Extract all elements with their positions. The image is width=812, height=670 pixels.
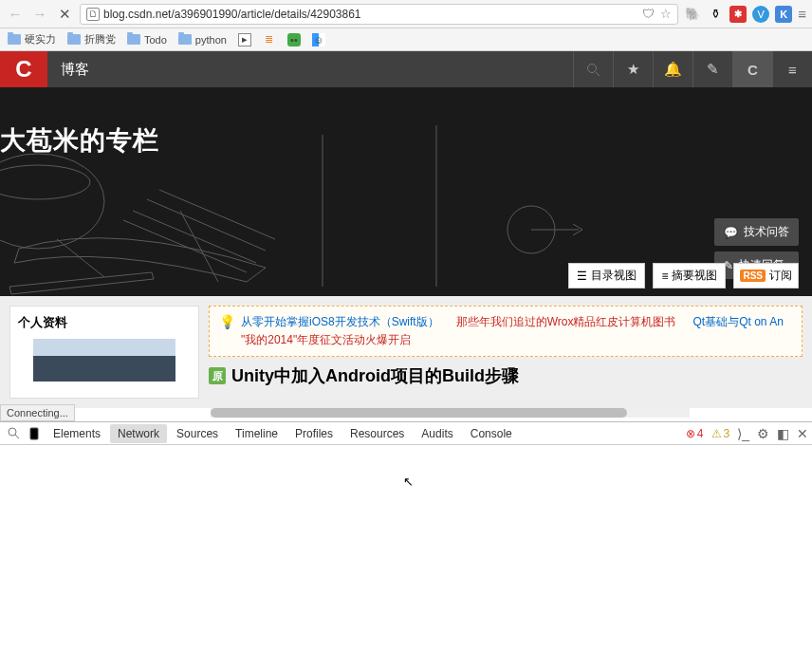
- stop-button[interactable]: ✕: [55, 5, 74, 24]
- button-label: 技术问答: [744, 224, 789, 240]
- list-view-button[interactable]: ☰目录视图: [568, 263, 645, 288]
- folder-icon: [8, 34, 21, 45]
- bookmark-item[interactable]: ••: [287, 33, 301, 47]
- bookmark-folder[interactable]: 硬实力: [8, 32, 56, 47]
- bookmark-item[interactable]: ☺: [312, 33, 325, 47]
- bookmark-label: 折腾党: [84, 32, 116, 47]
- inspect-icon[interactable]: [4, 427, 23, 439]
- blog-label[interactable]: 博客: [47, 61, 102, 79]
- csdn-logo[interactable]: C: [0, 51, 47, 87]
- dock-icon[interactable]: ◧: [777, 426, 789, 441]
- write-button[interactable]: ✎: [692, 51, 732, 87]
- notice-link[interactable]: 那些年我们追过的Wrox精品红皮计算机图书: [456, 314, 676, 330]
- bookmark-folder[interactable]: 折腾党: [67, 32, 116, 47]
- csdn-nav-button[interactable]: C: [732, 51, 772, 87]
- page-icon: 🗋: [86, 8, 100, 21]
- evernote-icon[interactable]: 🐘: [684, 6, 701, 23]
- horizontal-scrollbar[interactable]: [211, 408, 690, 418]
- svg-line-15: [15, 435, 19, 438]
- devtools-tab-network[interactable]: Network: [110, 424, 167, 443]
- kippt-icon[interactable]: K: [775, 6, 792, 23]
- extension-icons: 🐘 ⚱ ✱ V K ≡: [684, 6, 806, 23]
- original-badge: 原: [209, 367, 226, 384]
- vimium-icon[interactable]: V: [752, 6, 769, 23]
- folder-icon: [178, 34, 192, 45]
- rss-subscribe-button[interactable]: RSS订阅: [733, 263, 799, 288]
- back-button[interactable]: ←: [6, 5, 25, 24]
- chat-icon: 💬: [724, 226, 738, 239]
- devtools-tab-profiles[interactable]: Profiles: [287, 424, 341, 443]
- menu-button[interactable]: ≡: [772, 51, 812, 87]
- adblock-icon[interactable]: ✱: [729, 6, 747, 23]
- svg-line-4: [123, 220, 247, 272]
- errors-count[interactable]: ⊗4: [686, 427, 704, 440]
- search-button[interactable]: [573, 51, 613, 87]
- bookmark-label: python: [195, 34, 227, 46]
- bookmark-folder[interactable]: python: [178, 34, 227, 46]
- list-icon: ☰: [577, 270, 587, 283]
- devtools-tab-resources[interactable]: Resources: [342, 424, 412, 443]
- favorite-button[interactable]: ★: [613, 51, 653, 87]
- browser-menu-icon[interactable]: ≡: [798, 6, 806, 22]
- rss-badge: RSS: [740, 270, 766, 282]
- drawer-toggle-icon[interactable]: ⟩_: [737, 426, 749, 441]
- settings-icon[interactable]: ⚙: [757, 426, 769, 441]
- devtools-right: ⊗4 ⚠3 ⟩_ ⚙ ◧ ✕: [686, 426, 808, 441]
- svg-rect-16: [30, 428, 38, 439]
- summary-view-button[interactable]: ≡摘要视图: [653, 263, 726, 288]
- tech-qa-button[interactable]: 💬技术问答: [714, 218, 799, 246]
- devtools-tab-audits[interactable]: Audits: [414, 424, 460, 443]
- blog-title: 大苞米的专栏: [0, 123, 159, 158]
- notice-link[interactable]: 从零开始掌握iOS8开发技术（Swift版）: [241, 314, 439, 330]
- browser-toolbar: ← → ✕ 🗋 blog.csdn.net/a396901990/article…: [0, 0, 812, 28]
- site-header: C 博客 ★ 🔔 ✎ C ≡: [0, 51, 812, 87]
- devtools-tab-timeline[interactable]: Timeline: [228, 424, 286, 443]
- finder-icon: ☺: [312, 33, 325, 47]
- shield-icon[interactable]: 🛡: [642, 7, 655, 21]
- warnings-count[interactable]: ⚠3: [711, 427, 730, 440]
- bookmark-label: Todo: [144, 34, 167, 46]
- article-title[interactable]: Unity中加入Android项目的Build步骤: [231, 364, 519, 387]
- scrollbar-thumb[interactable]: [211, 408, 627, 418]
- url-text: blog.csdn.net/a396901990/article/details…: [103, 8, 638, 21]
- profile-title: 个人资料: [18, 314, 191, 331]
- devtools-panel: Elements Network Sources Timeline Profil…: [0, 421, 812, 670]
- url-bar[interactable]: 🗋 blog.csdn.net/a396901990/article/detai…: [80, 4, 678, 25]
- notification-button[interactable]: 🔔: [653, 51, 692, 87]
- header-actions: ★ 🔔 ✎ C ≡: [573, 51, 812, 87]
- notice-link[interactable]: Qt基础与Qt on An: [692, 314, 783, 330]
- svg-point-2: [0, 154, 104, 249]
- folder-icon: [67, 34, 81, 45]
- extension-icon[interactable]: ⚱: [707, 6, 724, 23]
- bookmark-item[interactable]: ▸: [238, 33, 251, 47]
- notice-links: 从零开始掌握iOS8开发技术（Swift版） 那些年我们追过的Wrox精品红皮计…: [241, 314, 792, 348]
- mouse-cursor: ↖: [403, 475, 414, 489]
- star-bookmark-icon[interactable]: ☆: [660, 7, 672, 21]
- svg-line-8: [57, 239, 104, 277]
- close-devtools-icon[interactable]: ✕: [797, 426, 808, 441]
- notice-link[interactable]: "我的2014"年度征文活动火爆开启: [241, 332, 411, 348]
- device-icon[interactable]: [25, 427, 44, 440]
- bookmark-favicon: ▸: [238, 33, 251, 47]
- summary-icon: ≡: [661, 270, 668, 283]
- bookmark-folder[interactable]: Todo: [127, 34, 167, 46]
- content-area: 个人资料 💡 从零开始掌握iOS8开发技术（Swift版） 那些年我们追过的Wr…: [0, 296, 812, 408]
- avatar[interactable]: [33, 339, 175, 382]
- bookmark-favicon: ••: [287, 33, 301, 47]
- svg-line-6: [147, 199, 266, 251]
- connection-status: Connecting...: [0, 404, 75, 421]
- hero-bottom-buttons: ☰目录视图 ≡摘要视图 RSS订阅: [568, 263, 799, 288]
- button-label: 目录视图: [591, 268, 637, 284]
- svg-line-7: [159, 190, 275, 239]
- bulb-icon: 💡: [219, 314, 235, 348]
- devtools-tabs: Elements Network Sources Timeline Profil…: [0, 422, 812, 445]
- svg-point-0: [588, 64, 597, 72]
- devtools-tab-elements[interactable]: Elements: [46, 424, 108, 443]
- svg-point-14: [9, 428, 16, 436]
- forward-button[interactable]: →: [30, 5, 49, 24]
- devtools-tab-sources[interactable]: Sources: [169, 424, 226, 443]
- stackoverflow-icon: ≣: [263, 33, 276, 47]
- bookmark-label: 硬实力: [25, 32, 56, 47]
- bookmark-item[interactable]: ≣: [263, 33, 276, 47]
- devtools-tab-console[interactable]: Console: [463, 424, 520, 443]
